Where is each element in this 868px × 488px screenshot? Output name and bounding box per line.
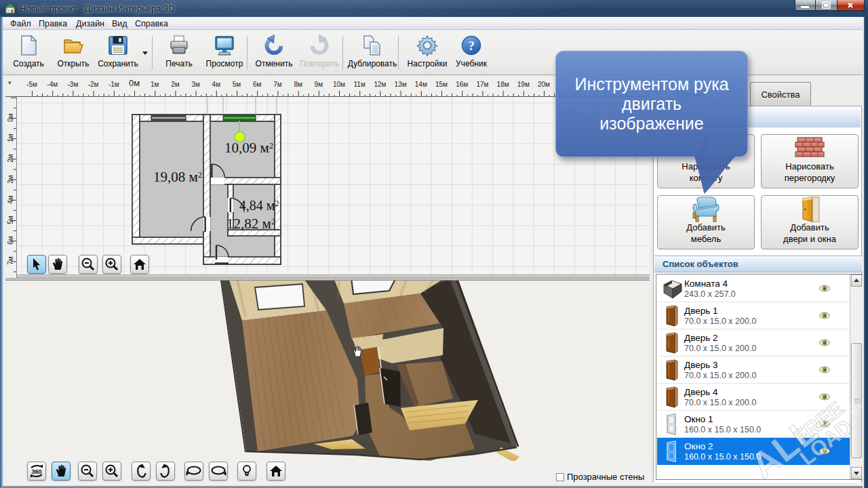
svg-text:4,84 м2: 4,84 м2 bbox=[239, 198, 279, 213]
svg-text:?: ? bbox=[468, 39, 475, 53]
svg-text:19,08 м2: 19,08 м2 bbox=[153, 169, 202, 185]
svg-text:360: 360 bbox=[31, 468, 41, 475]
svg-text:12,82 м2: 12,82 м2 bbox=[226, 216, 275, 232]
svg-text:10,09 м2: 10,09 м2 bbox=[224, 140, 273, 156]
